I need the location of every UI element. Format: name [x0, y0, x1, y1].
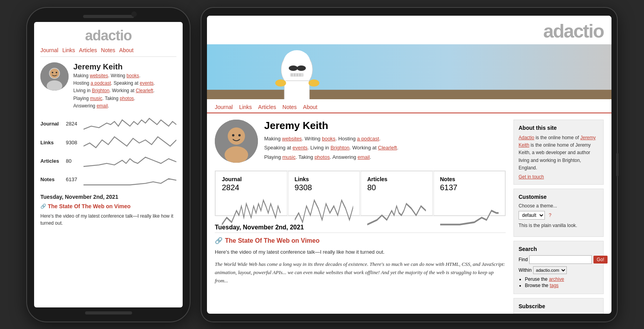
svg-point-18 [275, 79, 286, 86]
phone-post-date: Tuesday, November 2nd, 2021 [40, 194, 176, 200]
tablet-bio-books[interactable]: books [322, 136, 336, 142]
tablet-profile-bio: Making websites. Writing books. Hosting … [264, 134, 398, 162]
sidebar-about-text: Adactio is the online home of Jeremy Kei… [519, 134, 599, 172]
tablet-stat-journal-label: Journal [222, 176, 281, 182]
tablet-stat-articles: Articles 80 [361, 171, 433, 216]
sidebar-search-title: Search [519, 246, 599, 252]
sidebar-tags-item: Browse the tags [525, 283, 599, 288]
phone-bio-brighton-link[interactable]: Brighton [92, 88, 109, 93]
sidebar-theme-hint: This is the plain vanilla look. [519, 222, 599, 229]
link-icon: 🔗 [215, 237, 223, 244]
phone-bio-email-link[interactable]: email [96, 103, 108, 109]
phone-stat-articles-chart [83, 153, 176, 169]
phone-nav-journal[interactable]: Journal [40, 47, 58, 53]
phone-nav-notes[interactable]: Notes [101, 47, 116, 53]
tablet-header: adactio [207, 16, 611, 42]
tablet-stat-articles-chart [367, 194, 426, 229]
sidebar-subscribe: Subscribe [513, 298, 604, 314]
phone-screen: adactio Journal Links Articles Notes Abo… [34, 22, 183, 307]
phone-profile: Jeremy Keith Making websites. Writing bo… [40, 62, 176, 110]
phone-stat-links: Links 9308 [40, 134, 176, 151]
phone-bio-websites-link[interactable]: websites [90, 73, 108, 78]
phone-stat-links-count: 9308 [66, 140, 83, 145]
phone-stat-articles-label: Articles [40, 158, 66, 164]
phone-stat-journal: Journal 2824 [40, 115, 176, 132]
tablet-profile-name: Jeremy Keith [264, 120, 398, 132]
tablet-stat-notes: Notes 6137 [434, 171, 506, 216]
phone-bio-clearleft-link[interactable]: Clearleft [136, 88, 153, 93]
phone-stat-journal-count: 2824 [66, 121, 83, 127]
phone-stat-articles-count: 80 [66, 158, 83, 164]
phone-post-title: 🔗 The State Of The Web on Vimeo [40, 203, 176, 209]
tablet-bio-clearleft[interactable]: Clearleft [378, 145, 397, 151]
sidebar-search: Search Find Go! Within adactio.com [513, 241, 604, 294]
phone-nav-about[interactable]: About [119, 47, 134, 53]
tablet-stats-grid: Journal 2824 Links 9308 [215, 171, 506, 216]
sidebar-search-input[interactable] [529, 255, 592, 264]
tablet-bio-podcast[interactable]: a podcast [357, 136, 379, 142]
tablet-bio-events[interactable]: events [292, 145, 307, 151]
phone-stat-articles: Articles 80 [40, 153, 176, 169]
sidebar-adactio-link[interactable]: Adactio [519, 135, 534, 140]
tablet-stat-links: Links 9308 [288, 171, 360, 216]
sidebar-go-button[interactable]: Go! [593, 256, 607, 264]
sidebar-within-select[interactable]: adactio.com [533, 266, 567, 274]
sidebar-within-label: Within [519, 267, 532, 273]
sidebar-get-in-touch-link[interactable]: Get in touch [519, 174, 599, 180]
phone-nav-links[interactable]: Links [62, 47, 75, 53]
phone-profile-name: Jeremy Keith [73, 62, 155, 71]
tablet-nav: Journal Links Articles Notes About [207, 102, 611, 113]
sidebar-archive-link[interactable]: archive [549, 276, 564, 282]
svg-point-11 [297, 65, 306, 71]
link-icon: 🔗 [40, 204, 46, 209]
tablet-post-title-link[interactable]: The State Of The Web on Vimeo [225, 237, 319, 244]
tablet-nav-links[interactable]: Links [239, 104, 252, 110]
tablet-avatar [215, 120, 258, 163]
tablet-device: adactio [201, 8, 617, 322]
tablet-stat-links-num: 9308 [295, 183, 354, 192]
phone-home-button[interactable] [85, 311, 132, 314]
phone-bio-events-link[interactable]: events [140, 80, 153, 86]
tablet-main: Jeremy Keith Making websites. Writing bo… [215, 120, 506, 307]
phone-post-excerpt: Here's the video of my latest conference… [40, 213, 176, 227]
phone-bio-podcast-link[interactable]: a podcast [91, 80, 111, 86]
phone-stat-notes: Notes 6137 [40, 171, 176, 188]
sidebar-theme-label: Choose a theme... [519, 203, 599, 209]
tablet-hero-image [207, 44, 611, 99]
phone-bio-photos-link[interactable]: photos [120, 96, 134, 101]
sidebar-search-row: Find Go! [519, 255, 599, 264]
phone-stat-links-chart [83, 134, 176, 151]
phone-content: adactio Journal Links Articles Notes Abo… [34, 22, 183, 232]
tablet-bio-music[interactable]: music [282, 154, 296, 160]
tablet-profile-info: Jeremy Keith Making websites. Writing bo… [264, 120, 398, 162]
tablet-nav-notes[interactable]: Notes [283, 104, 297, 110]
tablet-nav-journal[interactable]: Journal [215, 104, 233, 110]
tablet-logo: adactio [543, 20, 604, 42]
tablet-bio-photos[interactable]: photos [314, 154, 330, 160]
phone-profile-info: Jeremy Keith Making websites. Writing bo… [73, 62, 155, 110]
sidebar-theme-help[interactable]: ? [549, 213, 551, 218]
tablet-bio-brighton[interactable]: Brighton [330, 145, 349, 151]
svg-point-23 [232, 134, 234, 136]
sidebar-theme-row: default ? [519, 211, 599, 220]
phone-bio-music-link[interactable]: music [90, 96, 102, 101]
tablet-nav-articles[interactable]: Articles [258, 104, 276, 110]
tablet-stat-notes-label: Notes [440, 176, 499, 182]
tablet-stat-articles-num: 80 [367, 183, 426, 192]
svg-rect-7 [207, 90, 611, 99]
tablet-stat-links-label: Links [295, 176, 354, 182]
phone-profile-bio: Making websites. Writing books. Hosting … [73, 72, 155, 110]
tablet-nav-about[interactable]: About [303, 104, 317, 110]
sidebar-tags-link[interactable]: tags [550, 283, 559, 288]
svg-point-10 [289, 65, 298, 71]
phone-avatar [40, 62, 69, 91]
phone-bio-books-link[interactable]: books [127, 73, 139, 78]
tablet-stat-notes-chart [440, 194, 499, 229]
sidebar-theme-select[interactable]: default [519, 211, 545, 220]
phone-nav-articles[interactable]: Articles [79, 47, 97, 53]
tablet-screen: adactio [207, 16, 611, 314]
tablet-post-italic: The World Wide Web has come a long way i… [215, 260, 506, 285]
tablet-profile: Jeremy Keith Making websites. Writing bo… [215, 120, 506, 163]
tablet-bio-email[interactable]: email [357, 154, 370, 160]
tablet-bio-websites[interactable]: websites [282, 136, 302, 142]
